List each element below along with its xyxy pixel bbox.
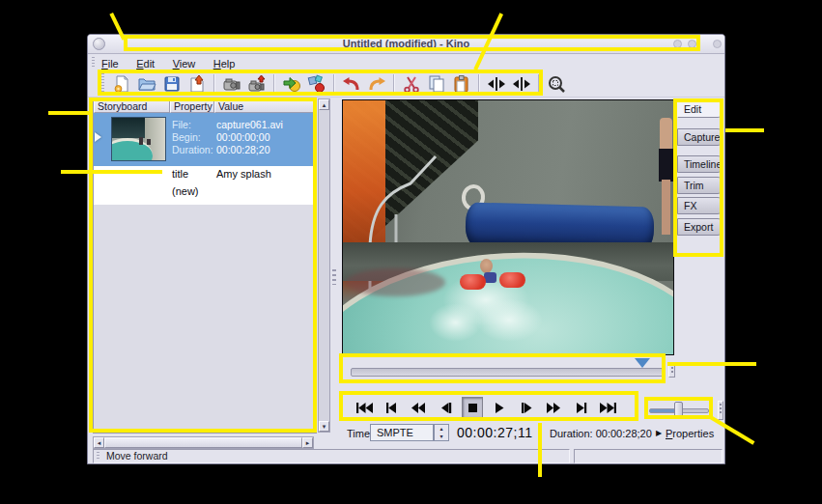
volume-handle[interactable] [674,402,683,418]
join-clips-icon[interactable] [510,72,533,96]
play-button[interactable] [489,397,510,418]
properties-link[interactable]: Properties [666,428,714,439]
tab-capture[interactable]: Capture [677,128,723,146]
fast-forward-button[interactable] [543,397,564,418]
status-message-box: Move forward [93,449,570,463]
go-to-end-button[interactable] [597,397,618,418]
go-to-start-button[interactable] [354,397,375,418]
frame-back-button[interactable] [435,397,456,418]
tab-export[interactable]: Export [677,218,723,236]
time-format-spinner[interactable]: ▴ ▾ [434,424,449,441]
column-header-storyboard[interactable]: Storyboard [94,98,170,113]
menu-file[interactable]: File [101,56,119,71]
column-header-property[interactable]: Property [170,98,214,113]
capture-camera-icon[interactable] [220,72,243,96]
window-title: Untitled (modified) - Kino [88,35,724,53]
toolbar-separator [273,74,275,94]
scrubber-grip[interactable] [668,364,675,378]
volume-slider[interactable] [646,399,714,422]
annotation-line-storyboard [48,111,90,115]
toolbar-separator [478,74,480,94]
save-file-icon[interactable] [160,72,184,96]
column-header-value[interactable]: Value [214,98,316,113]
video-preview [342,99,674,355]
storyboard-clip-row-selected[interactable]: File:capture061.avi Begin:00:00:00;00 Du… [94,113,316,166]
paste-icon[interactable] [450,72,473,96]
status-secondary-box [574,449,723,463]
scrubber-track[interactable] [351,368,664,377]
menu-help[interactable]: Help [213,56,236,71]
window-minimize-button[interactable] [688,40,696,48]
camera-upload-icon[interactable] [245,72,269,96]
storyboard-header: Storyboard Property Value [94,98,316,113]
toolbar [88,70,724,98]
new-file-icon[interactable] [110,72,133,96]
row-property: (new) [172,185,199,197]
scroll-up-icon[interactable]: ▴ [319,99,329,110]
next-scene-button[interactable] [570,397,591,418]
menubar-grip[interactable] [92,57,95,68]
title-bar[interactable]: Untitled (modified) - Kino [88,35,724,54]
spinner-down-icon[interactable]: ▾ [435,433,448,440]
redo-icon[interactable] [365,72,388,96]
scroll-left-icon[interactable]: ◂ [94,437,104,448]
storyboard-row-new[interactable]: (new) [94,183,316,201]
previous-scene-button[interactable] [381,397,402,418]
scroll-down-icon[interactable]: ▾ [319,421,329,432]
storyboard-vertical-scrollbar[interactable]: ▴ ▾ [318,98,330,433]
arm-floaty-left [460,274,486,290]
toolbar-separator [333,74,335,94]
clip-prop-file-label: File: [172,119,191,130]
window-close-button[interactable] [713,40,722,48]
stop-button[interactable] [462,397,483,418]
annotated-screenshot: Untitled (modified) - Kino File Edit Vie… [0,0,822,504]
current-timecode: 00:00:27;11 [457,425,532,440]
kino-window: Untitled (modified) - Kino File Edit Vie… [87,34,725,464]
menu-view[interactable]: View [173,56,196,71]
tab-trim[interactable]: Trim [677,177,723,194]
clip-prop-duration-value: 00:00:28;20 [216,144,269,155]
copy-icon[interactable] [425,72,448,96]
tab-timeline[interactable]: Timeline [677,155,723,173]
window-shade-button[interactable] [673,40,682,48]
undo-icon[interactable] [340,72,363,96]
transport-controls [341,392,642,423]
frame-forward-button[interactable] [516,397,537,418]
pane-splitter[interactable] [332,269,336,285]
rewind-button[interactable] [408,397,429,418]
clip-prop-duration-label: Duration: [172,144,213,155]
spinner-up-icon[interactable]: ▴ [435,425,448,433]
scroll-right-icon[interactable]: ▸ [302,437,313,448]
tab-fx[interactable]: FX [677,197,723,214]
storyboard-row-title[interactable]: title Amy splash [94,166,316,183]
storyboard-horizontal-scrollbar[interactable]: ◂ ▸ [93,436,314,449]
pane-grip[interactable] [718,401,723,420]
scrubber-area [341,355,675,385]
volume-fill [650,409,674,412]
annotation-line-tabs [725,128,764,132]
arm-floaty-right [499,272,525,288]
current-clip-indicator [95,132,101,142]
export-file-icon[interactable] [185,72,209,96]
split-clip-icon[interactable] [485,72,508,96]
swimmer-torso [484,272,496,283]
time-bar: Time: SMPTE ▴ ▾ 00:00:27;11 Duration: 00… [341,423,723,444]
toolbar-grip[interactable] [100,73,104,95]
open-file-icon[interactable] [135,72,158,96]
menu-edit[interactable]: Edit [136,56,155,71]
status-message: Move forward [106,450,168,462]
cut-icon[interactable] [400,72,423,96]
toolbar-separator [213,74,215,94]
zoom-fit-icon[interactable] [545,72,568,96]
row-value[interactable]: Amy splash [216,168,271,180]
tab-edit[interactable]: Edit [677,100,723,118]
time-format-select[interactable]: SMPTE [370,424,434,441]
hscroll-thumb[interactable] [104,437,302,448]
row-property: title [172,168,188,180]
clip-thumbnail[interactable] [111,117,166,161]
menu-bar: File Edit View Help [88,54,724,71]
scene-jump-icon[interactable] [280,72,303,96]
properties-expander-icon[interactable]: ▶ [656,429,662,437]
playhead-marker[interactable] [635,358,650,368]
scene-extract-icon[interactable] [305,72,328,96]
